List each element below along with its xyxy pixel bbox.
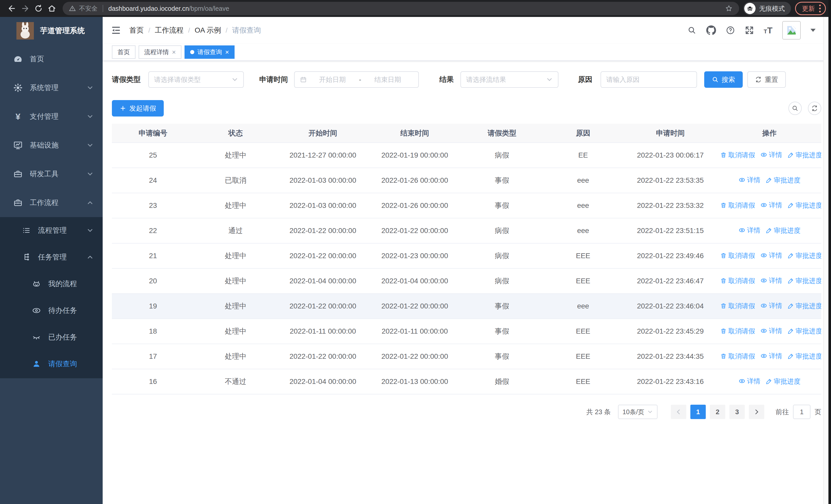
row-action-progress[interactable]: 审批进度 (766, 226, 800, 235)
row-action-progress[interactable]: 审批进度 (787, 201, 821, 210)
sidebar-item-home[interactable]: 首页 (0, 45, 103, 73)
browser-home-button[interactable] (45, 2, 58, 15)
row-action-detail[interactable]: 详情 (738, 176, 761, 184)
sidebar-item-process-mgmt[interactable]: 流程管理 (0, 217, 103, 244)
sidebar-item-leave-query[interactable]: 请假查询 (0, 351, 103, 377)
apply-time-range-picker[interactable]: 开始日期 - 结束日期 (294, 71, 419, 88)
row-action-progress[interactable]: 审批进度 (766, 377, 800, 386)
browser-back-button[interactable] (5, 2, 19, 15)
cell-end: 2022-01-26 00:00:00 (369, 168, 461, 193)
row-action-cancel[interactable]: 取消请假 (720, 327, 755, 336)
page-size-select[interactable]: 10条/页 (618, 405, 658, 419)
refresh-table-button[interactable] (808, 101, 821, 115)
row-action-progress[interactable]: 审批进度 (766, 176, 800, 185)
sidebar-item-task-mgmt[interactable]: 任务管理 (0, 244, 103, 270)
security-indicator[interactable]: 不安全 (69, 4, 97, 12)
header-search-button[interactable] (687, 26, 696, 35)
toggle-search-button[interactable] (789, 101, 802, 115)
cell-start: 2021-12-27 00:00:00 (277, 143, 369, 168)
sidebar-item-workflow[interactable]: 工作流程 (0, 188, 103, 217)
sidebar-item-infra[interactable]: 基础设施 (0, 131, 103, 159)
sidebar-item-my-process[interactable]: 我的流程 (0, 270, 103, 297)
row-action-detail[interactable]: 详情 (760, 251, 782, 260)
search-button[interactable]: 搜索 (704, 71, 743, 88)
row-action-detail[interactable]: 详情 (760, 150, 782, 159)
row-action-progress[interactable]: 审批进度 (787, 327, 821, 336)
font-size-icon[interactable]: TT (764, 25, 773, 35)
cell-end: 2022-01-23 00:00:00 (369, 243, 461, 268)
row-action-progress[interactable]: 审批进度 (787, 251, 821, 260)
bookmark-star-button[interactable] (725, 4, 733, 12)
tags-view: 首页 流程详情 × 请假查询 × (103, 43, 831, 61)
row-action-detail[interactable]: 详情 (760, 301, 782, 310)
breadcrumb-item[interactable]: 首页 (130, 25, 144, 35)
row-action-cancel[interactable]: 取消请假 (720, 301, 755, 310)
cell-end: 2022-01-04 00:00:00 (369, 268, 461, 294)
result-select[interactable]: 请选择流结果 (460, 71, 558, 88)
reset-button[interactable]: 重置 (747, 71, 786, 88)
trash-icon (720, 302, 727, 309)
reason-input[interactable]: 请输入原因 (601, 71, 697, 88)
browser-update-button[interactable]: 更新 (795, 2, 826, 15)
breadcrumb-item[interactable]: 工作流程 (155, 25, 183, 35)
sidebar-logo[interactable]: 芋道管理系统 (0, 17, 103, 45)
row-action-detail[interactable]: 详情 (760, 326, 782, 335)
row-action-cancel[interactable]: 取消请假 (720, 251, 755, 260)
cell-id: 19 (112, 294, 194, 319)
github-icon[interactable] (706, 25, 716, 35)
robot-icon (31, 279, 42, 289)
sidebar-collapse-button[interactable] (111, 25, 121, 35)
page-button-3[interactable]: 3 (729, 405, 745, 419)
page-button-1[interactable]: 1 (690, 405, 706, 419)
row-action-cancel[interactable]: 取消请假 (720, 352, 755, 361)
row-action-detail[interactable]: 详情 (760, 201, 782, 210)
trash-icon (720, 202, 727, 209)
sidebar-item-system[interactable]: 系统管理 (0, 73, 103, 102)
result-label: 结果 (439, 75, 454, 84)
row-action-progress[interactable]: 审批进度 (787, 276, 821, 285)
row-action-detail[interactable]: 详情 (738, 226, 761, 235)
help-icon[interactable] (726, 26, 735, 35)
sidebar-item-payment[interactable]: ¥ 支付管理 (0, 102, 103, 131)
row-action-cancel[interactable]: 取消请假 (720, 201, 755, 210)
row-action-progress[interactable]: 审批进度 (787, 151, 821, 159)
fullscreen-icon[interactable] (745, 26, 754, 35)
close-icon[interactable]: × (225, 49, 229, 55)
tab-process-detail[interactable]: 流程详情 × (139, 46, 181, 59)
browser-scrollbar[interactable] (823, 17, 828, 504)
leave-type-label: 请假类型 (112, 75, 141, 84)
tab-leave-query[interactable]: 请假查询 × (184, 46, 235, 59)
sidebar-item-todo-tasks[interactable]: 待办任务 (0, 297, 103, 324)
row-action-detail[interactable]: 详情 (738, 377, 761, 386)
address-bar[interactable]: 不安全 dashboard.yudao.iocoder.cn/bpm/oa/le… (63, 2, 739, 15)
cell-applied: 2022-01-22 23:46:04 (623, 294, 718, 319)
tab-home[interactable]: 首页 (112, 46, 136, 59)
chevron-left-icon (676, 409, 681, 415)
row-action-progress[interactable]: 审批进度 (787, 352, 821, 361)
table-row: 18处理中2022-01-11 00:00:002022-01-11 00:00… (112, 319, 821, 344)
cell-reason: EEE (543, 344, 623, 369)
sidebar-item-devtools[interactable]: 研发工具 (0, 159, 103, 188)
goto-page-input[interactable]: 1 (793, 405, 810, 419)
create-leave-button[interactable]: 发起请假 (112, 100, 164, 117)
row-action-cancel[interactable]: 取消请假 (720, 151, 755, 159)
leave-type-select[interactable]: 请选择请假类型 (148, 71, 244, 88)
row-action-detail[interactable]: 详情 (760, 276, 782, 285)
cell-status: 处理中 (194, 143, 277, 168)
user-avatar[interactable] (782, 21, 801, 39)
browser-forward-button[interactable] (19, 2, 32, 15)
row-action-detail[interactable]: 详情 (760, 352, 782, 360)
next-page-button[interactable] (749, 405, 764, 419)
page-button-2[interactable]: 2 (710, 405, 725, 419)
cell-reason: EEE (543, 268, 623, 294)
avatar-dropdown-caret[interactable] (810, 29, 815, 32)
row-action-cancel[interactable]: 取消请假 (720, 276, 755, 285)
close-icon[interactable]: × (172, 49, 176, 55)
sidebar-item-done-tasks[interactable]: 已办任务 (0, 324, 103, 351)
cell-status: 处理中 (194, 268, 277, 294)
browser-reload-button[interactable] (32, 2, 45, 15)
prev-page-button[interactable] (671, 405, 686, 419)
breadcrumb-item[interactable]: OA 示例 (195, 25, 221, 35)
cell-status: 处理中 (194, 243, 277, 268)
row-action-progress[interactable]: 审批进度 (787, 301, 821, 310)
